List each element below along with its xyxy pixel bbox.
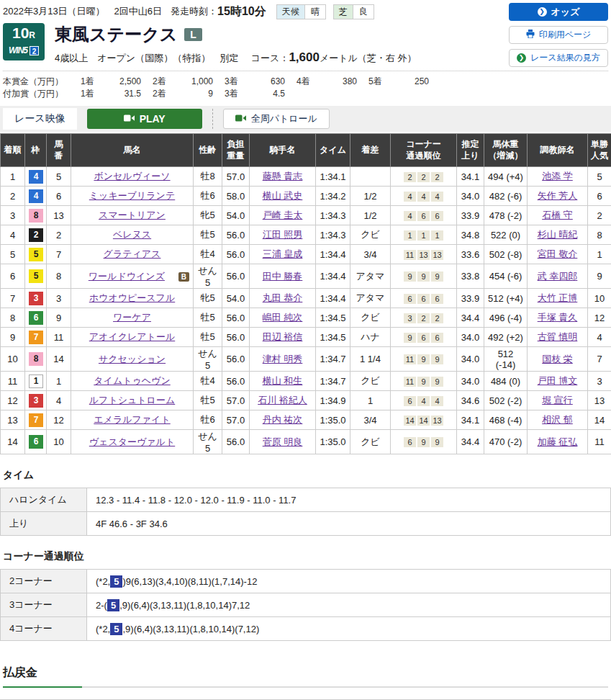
result-row: 8 6 9 ワーケア 牡5 56.0 嶋田 純次 1:34.5 クビ 322 3… <box>1 308 611 328</box>
trainer-cell: 矢作 芳人 <box>528 187 588 206</box>
horse-name-link[interactable]: ベレヌス <box>113 229 151 240</box>
trainer-name-link[interactable]: 堀 宣行 <box>542 395 573 405</box>
trainer-name-link[interactable]: 加藤 征弘 <box>538 436 578 447</box>
weather-box: 天候 晴 <box>276 4 326 19</box>
corner-positions: 666 <box>391 289 457 308</box>
frame-cell: 7 <box>25 328 47 347</box>
jockey-name-link[interactable]: 戸崎 圭太 <box>263 210 303 220</box>
finish-time: 1:34.3 <box>316 225 350 245</box>
win-popularity: 4 <box>588 328 611 347</box>
finish-time: 1:34.5 <box>316 328 350 347</box>
last-3f: 34.0 <box>457 372 484 391</box>
jockey-name-link[interactable]: 津村 明秀 <box>263 354 303 364</box>
print-page-button[interactable]: 印刷用ページ <box>509 26 608 44</box>
finish-position: 12 <box>1 391 25 410</box>
trainer-name-link[interactable]: 杉山 晴紀 <box>538 229 578 240</box>
corner-positions: 1199 <box>391 372 457 391</box>
jockey-name-link[interactable]: 菅原 明良 <box>263 436 303 447</box>
horse-name-link[interactable]: サクセッション <box>99 354 166 364</box>
trainer-name-link[interactable]: 手塚 貴久 <box>538 312 578 323</box>
corner-positions: 111 <box>391 225 457 245</box>
horse-name-link[interactable]: ワーケア <box>113 312 151 323</box>
win-popularity: 7 <box>588 347 611 372</box>
horse-name-link[interactable]: アオイクレアトール <box>89 331 175 342</box>
header-frame: 枠 <box>25 134 47 167</box>
horse-weight: 512 (+4) <box>484 289 528 308</box>
horse-name-link[interactable]: ワールドウインズ <box>89 271 165 282</box>
jockey-name-link[interactable]: 丹内 祐次 <box>263 414 303 425</box>
play-button[interactable]: PLAY <box>87 109 202 129</box>
horse-name-link[interactable]: エメラルファイト <box>94 414 170 425</box>
horse-name-link[interactable]: タイムトゥヘヴン <box>94 375 170 386</box>
prize-amount: 4.5 <box>248 88 285 100</box>
trainer-cell: 手塚 貴久 <box>528 308 588 328</box>
prize-rank: 4着 <box>297 76 320 88</box>
trainer-name-link[interactable]: 大竹 正博 <box>538 292 578 303</box>
jockey-name-link[interactable]: 嶋田 純次 <box>263 312 303 323</box>
carried-weight: 56.0 <box>222 308 250 328</box>
trainer-name-link[interactable]: 池添 学 <box>542 171 573 181</box>
time-row-label: 上り <box>1 512 87 536</box>
sex-age: 牡5 <box>194 391 222 410</box>
horse-weight: 494 (+4) <box>484 167 528 187</box>
time-row-value: 12.3 - 11.4 - 11.8 - 12.0 - 12.0 - 11.9 … <box>87 488 611 512</box>
finish-position: 3 <box>1 206 25 225</box>
horse-name-link[interactable]: グラティアス <box>104 248 161 259</box>
trainer-name-link[interactable]: 相沢 郁 <box>542 414 573 425</box>
trainer-cell: 相沢 郁 <box>528 410 588 430</box>
trainer-name-link[interactable]: 戸田 博文 <box>538 375 578 386</box>
jockey-name-link[interactable]: 石川 裕紀人 <box>258 395 307 405</box>
horse-name-link[interactable]: ボンセルヴィーソ <box>94 171 170 181</box>
jockey-name-link[interactable]: 江田 照男 <box>263 229 303 240</box>
start-time-value: 15時10分 <box>217 4 266 19</box>
payout-section-title: 払戻金 <box>3 665 608 688</box>
prize-amount: 1,000 <box>176 76 213 88</box>
jockey-name-link[interactable]: 藤懸 貴志 <box>263 171 303 181</box>
finish-time: 1:34.4 <box>316 245 350 264</box>
frame-cell: 4 <box>25 167 47 187</box>
jockey-cell: 江田 照男 <box>250 225 316 245</box>
horse-name-link[interactable]: ミッキーブリランテ <box>89 190 175 201</box>
jockey-cell: 丹内 祐次 <box>250 410 316 430</box>
result-row: 4 2 2 ベレヌス 牡5 56.0 江田 照男 1:34.3 クビ 111 3… <box>1 225 611 245</box>
jockey-name-link[interactable]: 田中 勝春 <box>263 271 303 282</box>
weather-value: 晴 <box>305 5 325 19</box>
trainer-name-link[interactable]: 宮田 敬介 <box>538 248 578 259</box>
corner-positions: 699 <box>391 430 457 454</box>
jockey-name-link[interactable]: 横山 武史 <box>263 190 303 201</box>
corner-positions: 644 <box>391 391 457 410</box>
sex-age: 牡4 <box>194 245 222 264</box>
result-row: 14 6 10 ヴェスターヴァルト せん5 56.0 菅原 明良 1:35.0 … <box>1 430 611 454</box>
corner-row-value: (*2,5)9(6,13)(3,4,10)(8,11)(1,7,14)-12 <box>87 570 611 593</box>
corner-row-label: 2コーナー <box>1 570 87 593</box>
patrol-video-button[interactable]: 全周パトロール <box>223 109 330 129</box>
odds-button[interactable]: ❯ オッズ <box>509 3 608 21</box>
win-popularity: 2 <box>588 206 611 225</box>
frame-cell: 1 <box>25 372 47 391</box>
finish-position: 11 <box>1 372 25 391</box>
jockey-name-link[interactable]: 三浦 皇成 <box>263 248 303 259</box>
trainer-name-link[interactable]: 武 幸四郎 <box>538 271 578 282</box>
jockey-name-link[interactable]: 横山 和生 <box>263 375 303 386</box>
trainer-name-link[interactable]: 古賀 慎明 <box>538 331 578 342</box>
trainer-name-link[interactable]: 国枝 栄 <box>542 354 573 364</box>
corner-order-text: ,9)(6,4)(3,13,11)(1,8,10,14)(7,12) <box>122 624 259 634</box>
horse-name-link[interactable]: ヴェスターヴァルト <box>89 436 175 447</box>
trainer-cell: 古賀 慎明 <box>528 328 588 347</box>
horse-name-link[interactable]: スマートリアン <box>99 210 166 220</box>
tab-race-video[interactable]: レース映像 <box>3 108 77 130</box>
trainer-name-link[interactable]: 石橋 守 <box>542 210 573 220</box>
jockey-name-link[interactable]: 田辺 裕信 <box>263 331 303 342</box>
horse-name-link[interactable]: ホウオウピースフル <box>89 292 175 303</box>
trainer-name-link[interactable]: 矢作 芳人 <box>538 190 578 201</box>
horse-name-link[interactable]: ルフトシュトローム <box>89 395 175 405</box>
race-results-table: 着順 枠 馬 番 馬名 性齢 負担 重量 騎手名 タイム 着差 コーナー 通過順… <box>0 133 611 454</box>
horse-number: 4 <box>47 391 71 410</box>
jockey-name-link[interactable]: 丸田 恭介 <box>263 292 303 303</box>
track-conditions: 天候 晴 芝 良 <box>276 4 374 19</box>
win5-logo: WIN5 <box>9 45 27 55</box>
finish-position: 14 <box>1 430 25 454</box>
finish-time: 1:34.9 <box>316 391 350 410</box>
finish-position: 4 <box>1 225 25 245</box>
result-guide-button[interactable]: ❯ レース結果の見方 <box>509 49 608 67</box>
